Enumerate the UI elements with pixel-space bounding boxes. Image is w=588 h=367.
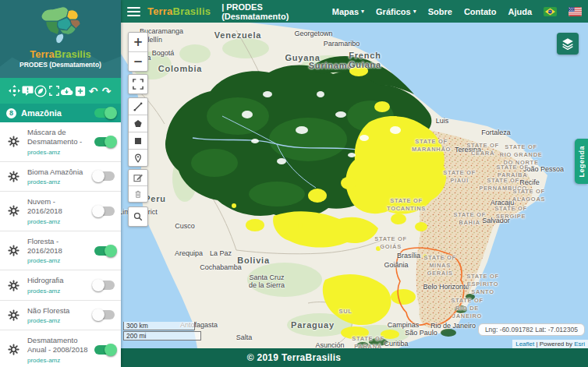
map-label: Campinas [388,321,420,329]
layer-group-header[interactable]: 8 Amazônia [0,104,121,122]
layer-toggle[interactable] [94,246,115,256]
map-label: Belo Horizonte [423,283,469,291]
nav-sobre[interactable]: Sobre [428,7,452,16]
layer-toggle[interactable] [94,310,115,319]
top-bar: TerraBrasilis | PRODES (Desmatamento) Ma… [121,0,588,23]
draw-polygon-button[interactable] [129,115,147,132]
add-layer-button[interactable] [73,84,87,97]
draw-rectangle-button[interactable] [129,132,147,149]
edit-layers-button[interactable] [129,170,147,185]
redo-button[interactable]: ↷ [100,84,113,97]
feedback-button[interactable] [21,84,34,97]
map-label: Aracaju [491,199,515,206]
layer-toggle[interactable] [94,281,115,290]
scale-mi: 200 mi [123,331,201,341]
layer-count-badge: 8 [6,108,16,118]
expand-button[interactable] [48,84,61,97]
map-canvas[interactable]: VenezuelaColombiaGuyanaSurinameFrench Gu… [121,23,588,348]
gear-icon[interactable] [8,280,19,291]
sidebar-header: TerraBrasilis PRODES (Desmatamento) [0,0,121,78]
map-label: Bolivia [237,256,270,265]
layer-group-label: Amazônia [21,108,90,118]
esri-link[interactable]: Esri [574,341,585,348]
group-toggle[interactable] [94,108,115,118]
map-label: Colombia [158,64,203,73]
layer-toggle[interactable] [94,206,115,216]
layer-toggle[interactable] [94,171,115,181]
zoom-out-button[interactable]: − [129,51,147,71]
fullscreen-icon [133,79,143,90]
map-label: Santa Cruz de la Sierra [249,273,285,289]
fullscreen-icon [49,86,59,96]
nav-graficos[interactable]: Gráficos▾ [376,7,416,16]
gear-icon[interactable] [8,245,19,256]
layer-label: Bioma Amazônia [27,168,90,177]
comment-alert-icon [22,85,34,97]
map-label: São Paulo [405,329,437,337]
map-label: STATE OF PARANÁ [352,335,384,348]
fullscreen-control [128,74,148,94]
leaflet-link[interactable]: Leaflet [515,341,534,348]
draw-polyline-button[interactable] [129,98,147,115]
gear-icon[interactable] [8,309,19,321]
layer-row-hidrografia: Hidrografiaprodes-amz [0,270,121,300]
gear-icon[interactable] [8,205,19,217]
sidebar-brand-subtitle: PRODES (Desmatamento) [0,61,121,69]
download-button[interactable] [60,84,73,97]
map-label: Paramaribo [324,40,360,48]
layer-row-mascara: Máscara de Desmatamento -prodes-amz [0,122,121,162]
map-label: Arequipa [175,249,203,257]
brazil-flag-icon[interactable] [544,7,557,16]
zoom-control: + − [128,32,148,72]
map-label: Fortaleza [481,129,511,136]
move-tool-button[interactable] [8,84,21,97]
coordinates-readout: Lng: -60.091782 Lat: -7.012305 [478,323,585,336]
layer-label: Nuvem - 2016/2018 [27,197,90,217]
copyright-text: © 2019 TerraBrasilis [247,352,342,363]
basemap-layers-button[interactable] [557,33,579,55]
map-label: STATE OF ALAGOAS [512,188,545,203]
layer-row-floresta: Floresta - 2016/2018prodes-amz [0,231,121,271]
search-button[interactable] [129,207,147,226]
draw-marker-button[interactable] [129,149,147,166]
map-label: STATE OF CEARÁ [466,142,499,157]
hamburger-menu-icon[interactable] [127,7,140,16]
undo-button[interactable]: ↶ [87,84,100,97]
map-label: Bogotá [152,49,175,57]
layers-icon [561,37,575,51]
map-label: Goiânia [384,261,408,269]
layer-toggle[interactable] [94,137,115,146]
delete-layers-button[interactable] [129,185,147,202]
map-label: João Pessoa [523,165,564,173]
layer-sublabel: prodes-amz [27,317,90,324]
nav-contato[interactable]: Contato [464,7,497,16]
scale-km: 300 km [123,322,195,330]
zoom-in-button[interactable]: + [129,33,147,51]
gear-icon[interactable] [8,136,19,147]
gear-icon[interactable] [8,344,19,355]
trash-icon [133,189,143,199]
legend-tab[interactable]: Legenda [575,139,588,184]
layer-toggle[interactable] [94,345,115,355]
fullscreen-button[interactable] [129,75,147,94]
map-label: STATE OF PERNAMBUCO [479,177,527,192]
nav-mapas[interactable]: Mapas▾ [332,7,364,16]
sidebar-brand: TerraBrasilis [0,48,121,60]
us-flag-icon[interactable] [569,7,582,16]
chevron-down-icon: ▾ [413,9,416,15]
map-label: STATE OF PARAÍBA [496,164,529,179]
map-label: Rio de Janeiro [430,322,476,330]
page-title: | PRODES (Desmatamento) [221,2,332,21]
scale-control: 300 km 200 mi [123,322,201,341]
map-label: STATE OF PIAUÍ [443,169,476,185]
edit-toolbar [128,169,148,203]
map-label: Guyana [285,53,320,62]
biome-button[interactable] [34,84,48,97]
map-label: Cochabamba [200,263,242,271]
nav-ajuda[interactable]: Ajuda [508,7,532,16]
layer-sublabel: prodes-amz [27,218,90,225]
gear-icon[interactable] [8,171,19,182]
map-label: STATE OF RIO GRANDE DO NORTE [500,143,543,166]
layer-label: Hidrografia [27,276,90,285]
app-logo[interactable]: TerraBrasilis [147,5,211,17]
